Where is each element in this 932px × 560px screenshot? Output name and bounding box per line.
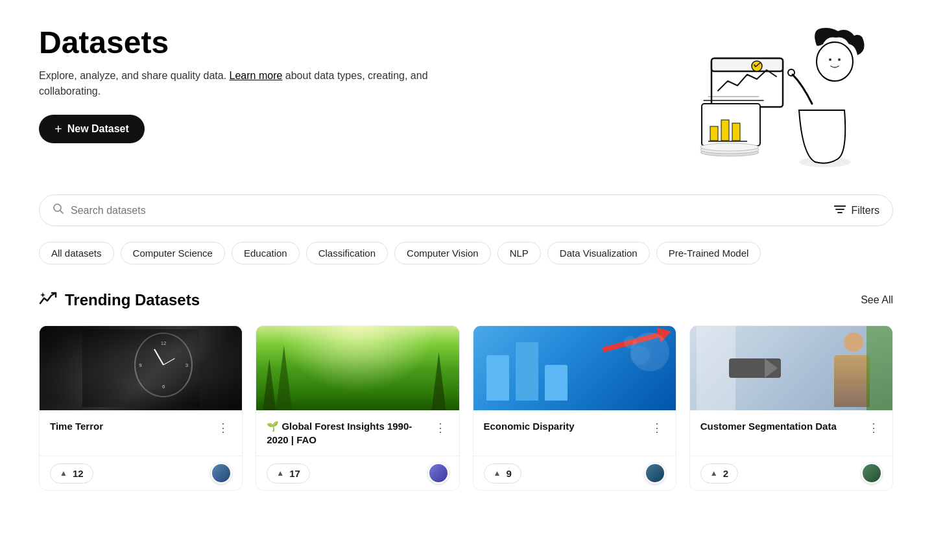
new-dataset-button[interactable]: + New Dataset [39,115,145,143]
card-footer-3: ▲ 9 [473,456,676,490]
vote-arrow-icon: ▲ [276,469,284,478]
tags-section: All datasetsComputer ScienceEducationCla… [39,242,893,264]
hero-illustration [673,26,893,169]
svg-rect-12 [721,120,729,141]
header-section: Datasets Explore, analyze, and share qua… [39,26,893,169]
card-footer-4: ▲ 2 [690,456,892,490]
author-avatar-1 [211,463,232,484]
search-bar: Filters [39,194,893,226]
vote-count-1: 12 [73,468,84,479]
svg-point-2 [817,42,853,81]
card-body-4: Customer Segmentation Data ⋮ [690,410,892,456]
card-image-4 [690,326,892,410]
page-wrapper: Datasets Explore, analyze, and share qua… [0,0,932,517]
vote-count-4: 2 [723,468,728,479]
svg-point-3 [829,58,831,61]
dataset-card-3[interactable]: Economic Disparity ⋮ ▲ 9 [473,325,676,491]
card-image-1: 12 3 6 9 [40,326,242,410]
vote-count-2: 17 [289,468,300,479]
svg-rect-11 [710,126,718,141]
card-title-3: Economic Disparity [484,419,643,433]
vote-button-3[interactable]: ▲ 9 [484,463,521,484]
card-menu-button-4[interactable]: ⋮ [865,419,882,436]
vote-arrow-icon: ▲ [494,469,501,478]
author-avatar-3 [645,463,665,484]
author-avatar-2 [428,463,449,484]
new-dataset-label: New Dataset [67,123,129,135]
dataset-card-4[interactable]: Customer Segmentation Data ⋮ ▲ 2 [689,325,893,491]
vote-arrow-icon: ▲ [60,469,67,478]
trending-title: Trending Datasets [65,291,200,309]
card-image-3 [473,326,676,410]
search-bar-inner [53,203,834,218]
card-footer-1: ▲ 12 [40,456,242,490]
card-image-2 [256,326,459,410]
svg-point-1 [788,69,795,76]
trending-header: Trending Datasets See All [39,290,893,310]
svg-rect-6 [711,58,783,71]
card-title-row: Economic Disparity ⋮ [484,419,665,436]
card-body-3: Economic Disparity ⋮ [473,410,676,456]
svg-point-19 [700,143,759,151]
trending-icon [39,290,57,310]
card-body-2: 🌱 Global Forest Insights 1990-2020 | FAO… [256,410,459,456]
hero-svg [673,26,880,169]
tag-chip-all[interactable]: All datasets [39,242,114,264]
dataset-card-1[interactable]: 12 3 6 9 [39,325,243,491]
author-avatar-4 [861,463,882,484]
search-section: Filters [39,194,893,226]
svg-line-21 [60,211,64,214]
svg-point-4 [838,58,841,61]
svg-rect-13 [732,123,740,141]
card-title-2: 🌱 Global Forest Insights 1990-2020 | FAO [267,419,426,447]
card-title-1: Time Terror [50,419,209,433]
vote-arrow-icon: ▲ [710,469,718,478]
tag-chip-nlp[interactable]: NLP [497,242,541,264]
tag-chip-dv[interactable]: Data Visualization [547,242,650,264]
filter-lines-icon [834,205,846,216]
cards-grid: 12 3 6 9 [39,325,893,491]
search-icon [53,203,64,218]
see-all-link[interactable]: See All [861,294,893,306]
learn-more-link[interactable]: Learn more [230,70,283,81]
subtitle-text: Explore, analyze, and share quality data… [39,70,226,81]
trending-title-group: Trending Datasets [39,290,200,310]
card-footer-2: ▲ 17 [256,456,459,490]
card-menu-button-3[interactable]: ⋮ [649,419,665,436]
tag-chip-cv[interactable]: Computer Vision [394,242,491,264]
vote-button-2[interactable]: ▲ 17 [267,463,310,484]
plus-icon: + [54,122,62,135]
card-title-row: Time Terror ⋮ [50,419,232,436]
card-title-4: Customer Segmentation Data [700,419,860,433]
tag-chip-cs[interactable]: Computer Science [121,242,225,264]
filters-button[interactable]: Filters [834,205,879,216]
card-title-row: 🌱 Global Forest Insights 1990-2020 | FAO… [267,419,448,447]
tag-chip-cls[interactable]: Classification [306,242,388,264]
tag-chip-edu[interactable]: Education [232,242,300,264]
card-menu-button-1[interactable]: ⋮ [215,419,232,436]
header-left: Datasets Explore, analyze, and share qua… [39,26,428,143]
card-body-1: Time Terror ⋮ [40,410,242,456]
page-title: Datasets [39,26,428,60]
card-menu-button-2[interactable]: ⋮ [432,419,449,436]
vote-button-4[interactable]: ▲ 2 [700,463,738,484]
card-title-row: Customer Segmentation Data ⋮ [700,419,882,436]
search-input[interactable] [71,205,834,216]
page-subtitle: Explore, analyze, and share quality data… [39,68,428,99]
tag-chip-ptm[interactable]: Pre-Trained Model [656,242,761,264]
dataset-card-2[interactable]: 🌱 Global Forest Insights 1990-2020 | FAO… [256,325,459,491]
filters-label: Filters [851,205,879,216]
vote-button-1[interactable]: ▲ 12 [50,463,93,484]
vote-count-3: 9 [506,468,511,479]
